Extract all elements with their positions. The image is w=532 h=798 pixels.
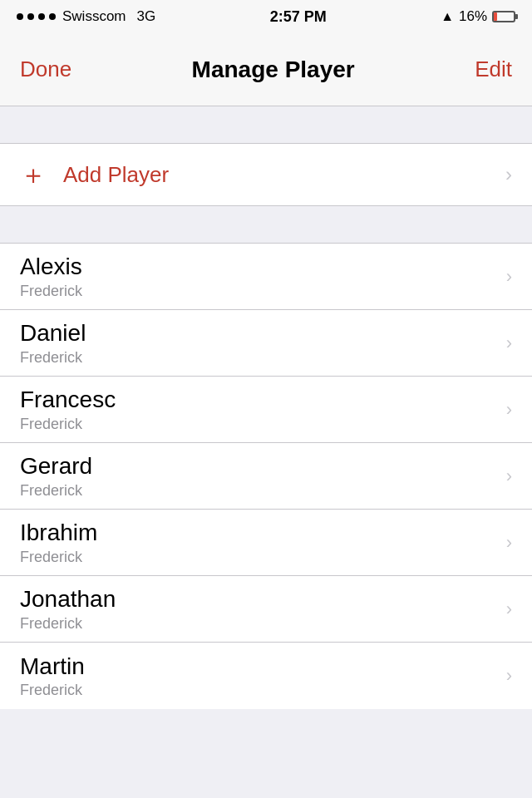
player-name: Gerard [20,452,506,480]
player-team: Frederick [20,416,506,433]
edit-button[interactable]: Edit [475,57,512,82]
player-name: Martin [20,653,506,681]
list-item[interactable]: MartinFrederick› [0,643,532,709]
list-item[interactable]: FrancescFrederick› [0,377,532,443]
done-button[interactable]: Done [20,57,71,82]
player-team: Frederick [20,482,506,500]
list-item[interactable]: AlexisFrederick› [0,244,532,310]
player-name: Jonathan [20,585,506,613]
player-team: Frederick [20,615,506,633]
network-type: 3G [137,8,156,25]
dot-2 [27,13,34,20]
list-item[interactable]: IbrahimFrederick› [0,510,532,576]
list-item[interactable]: JonathanFrederick› [0,576,532,643]
battery-icon [492,11,515,22]
add-player-label: Add Player [63,162,505,188]
carrier-name: Swisscom [62,8,126,25]
player-info: IbrahimFrederick [20,519,506,566]
list-item[interactable]: GerardFrederick› [0,443,532,510]
dot-1 [17,13,23,20]
player-chevron-icon: › [506,665,512,687]
add-player-section: ＋ Add Player › [0,143,532,206]
dot-3 [38,13,45,20]
player-name: Ibrahim [20,519,506,547]
player-info: MartinFrederick [20,653,506,700]
player-chevron-icon: › [506,598,512,620]
player-list-gap [0,206,532,243]
player-info: JonathanFrederick [20,585,506,633]
add-player-chevron: › [505,163,512,186]
add-player-button[interactable]: ＋ Add Player › [0,144,532,205]
player-team: Frederick [20,682,506,699]
player-info: GerardFrederick [20,452,506,500]
add-icon: ＋ [20,161,47,188]
player-chevron-icon: › [506,466,512,487]
status-time: 2:57 PM [270,8,327,26]
status-right: ▲ 16% [441,8,515,25]
player-name: Daniel [20,319,506,347]
page-title: Manage Player [192,57,355,83]
player-team: Frederick [20,349,506,367]
player-list: AlexisFrederick›DanielFrederick›Francesc… [0,243,532,709]
player-chevron-icon: › [506,332,512,354]
status-bar: Swisscom 3G 2:57 PM ▲ 16% [0,0,532,33]
navigation-bar: Done Manage Player Edit [0,33,532,106]
location-icon: ▲ [441,9,454,24]
list-item[interactable]: DanielFrederick› [0,310,532,377]
player-info: AlexisFrederick [20,253,506,300]
player-team: Frederick [20,549,506,566]
battery-fill [494,12,497,21]
player-chevron-icon: › [506,399,512,421]
player-chevron-icon: › [506,532,512,554]
player-name: Francesc [20,386,506,414]
player-info: FrancescFrederick [20,386,506,433]
player-team: Frederick [20,283,506,300]
status-left: Swisscom 3G [17,8,155,26]
dot-4 [49,13,56,20]
signal-dots [17,13,56,20]
player-info: DanielFrederick [20,319,506,367]
player-name: Alexis [20,253,506,281]
battery-percent: 16% [459,8,487,25]
top-section-gap [0,106,532,143]
player-chevron-icon: › [506,266,512,288]
